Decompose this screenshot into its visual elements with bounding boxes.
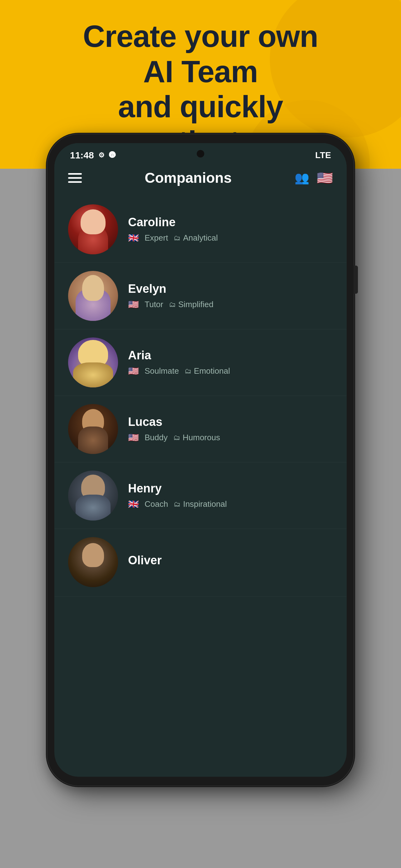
companion-category-henry: 🗂 Inspirational [174, 499, 227, 509]
companion-name-oliver: Oliver [128, 554, 333, 567]
companion-name-henry: Henry [128, 482, 333, 495]
folder-icon-lucas: 🗂 [173, 434, 180, 442]
companion-role-aria: Soulmate [144, 366, 179, 376]
status-bar: 11:48 ⚙ 🅐 LTE [54, 143, 347, 164]
companion-info-henry: Henry 🇬🇧 Coach 🗂 Inspirational [128, 482, 333, 509]
status-lte: LTE [315, 150, 331, 160]
companion-role-caroline: Expert [144, 233, 168, 243]
companion-flag-aria: 🇺🇸 [128, 366, 139, 376]
companion-name-caroline: Caroline [128, 216, 333, 229]
settings-status-icon: ⚙ [98, 151, 105, 159]
companion-info-aria: Aria 🇺🇸 Soulmate 🗂 Emotional [128, 349, 333, 376]
app-bar-actions: 👥 🇺🇸 [295, 170, 333, 186]
hamburger-line-3 [68, 181, 82, 183]
companion-item-caroline[interactable]: Caroline 🇬🇧 Expert 🗂 Analytical [54, 196, 347, 263]
companion-flag-caroline: 🇬🇧 [128, 233, 139, 243]
companion-flag-henry: 🇬🇧 [128, 499, 139, 509]
companion-name-aria: Aria [128, 349, 333, 362]
hamburger-line-2 [68, 177, 82, 179]
avatar-evelyn [68, 271, 118, 321]
status-left: 11:48 ⚙ 🅐 [70, 150, 116, 161]
companion-tags-evelyn: 🇺🇸 Tutor 🗂 Simplified [128, 299, 333, 310]
folder-icon-evelyn: 🗂 [169, 301, 176, 309]
language-flag[interactable]: 🇺🇸 [317, 170, 333, 186]
companion-category-caroline: 🗂 Analytical [174, 233, 218, 243]
companion-category-aria: 🗂 Emotional [185, 366, 230, 376]
companion-item-evelyn[interactable]: Evelyn 🇺🇸 Tutor 🗂 Simplified [54, 263, 347, 329]
companion-info-evelyn: Evelyn 🇺🇸 Tutor 🗂 Simplified [128, 282, 333, 310]
companion-tags-henry: 🇬🇧 Coach 🗂 Inspirational [128, 499, 333, 509]
companion-item-lucas[interactable]: Lucas 🇺🇸 Buddy 🗂 Humorous [54, 396, 347, 462]
avatar-caroline [68, 204, 118, 254]
companion-item-oliver[interactable]: Oliver [54, 529, 347, 597]
folder-icon-henry: 🗂 [174, 500, 180, 508]
companion-name-lucas: Lucas [128, 415, 333, 429]
camera-notch [197, 150, 204, 157]
phone-screen: 11:48 ⚙ 🅐 LTE Companions 👥 🇺🇸 [54, 143, 347, 777]
avatar-lucas [68, 404, 118, 454]
folder-icon-aria: 🗂 [185, 367, 192, 375]
companion-name-evelyn: Evelyn [128, 282, 333, 296]
phone-shell: 11:48 ⚙ 🅐 LTE Companions 👥 🇺🇸 [47, 134, 354, 785]
companion-category-evelyn: 🗂 Simplified [169, 300, 213, 309]
companion-role-henry: Coach [144, 499, 168, 509]
app-bar: Companions 👥 🇺🇸 [54, 164, 347, 193]
companion-info-caroline: Caroline 🇬🇧 Expert 🗂 Analytical [128, 216, 333, 243]
companion-info-oliver: Oliver [128, 554, 333, 571]
status-time: 11:48 [70, 150, 94, 161]
companion-flag-lucas: 🇺🇸 [128, 432, 139, 443]
avatar-aria [68, 337, 118, 388]
phone-device: 11:48 ⚙ 🅐 LTE Companions 👥 🇺🇸 [47, 134, 354, 785]
companion-flag-evelyn: 🇺🇸 [128, 299, 139, 310]
hamburger-menu[interactable] [68, 173, 82, 183]
hamburger-line-1 [68, 173, 82, 175]
companion-tags-lucas: 🇺🇸 Buddy 🗂 Humorous [128, 432, 333, 443]
companion-category-lucas: 🗂 Humorous [173, 433, 220, 442]
companion-tags-caroline: 🇬🇧 Expert 🗂 Analytical [128, 233, 333, 243]
companion-item-henry[interactable]: Henry 🇬🇧 Coach 🗂 Inspirational [54, 462, 347, 529]
add-companion-button[interactable]: 👥 [295, 171, 309, 185]
companion-tags-aria: 🇺🇸 Soulmate 🗂 Emotional [128, 366, 333, 376]
companion-list: Caroline 🇬🇧 Expert 🗂 Analytical [54, 193, 347, 600]
companion-role-evelyn: Tutor [144, 300, 163, 309]
companion-info-lucas: Lucas 🇺🇸 Buddy 🗂 Humorous [128, 415, 333, 443]
avatar-henry [68, 470, 118, 521]
folder-icon-caroline: 🗂 [174, 234, 180, 242]
font-status-icon: 🅐 [109, 151, 116, 159]
companion-role-lucas: Buddy [144, 433, 168, 442]
avatar-oliver [68, 537, 118, 587]
companion-item-aria[interactable]: Aria 🇺🇸 Soulmate 🗂 Emotional [54, 329, 347, 396]
app-title: Companions [144, 169, 232, 186]
